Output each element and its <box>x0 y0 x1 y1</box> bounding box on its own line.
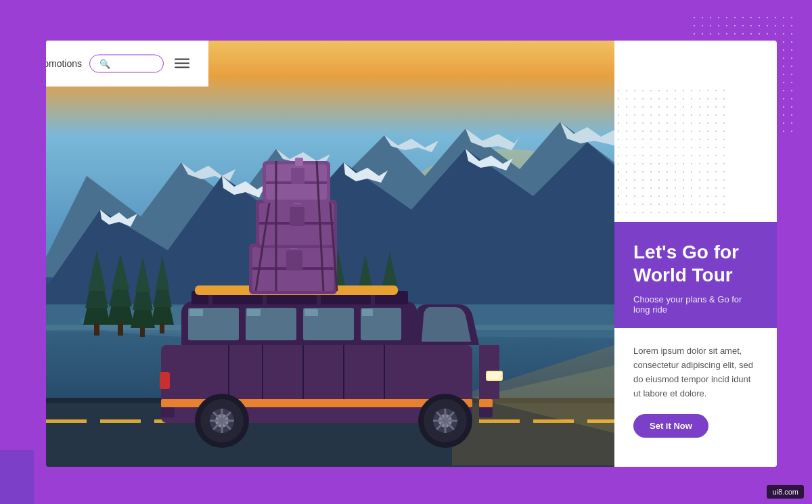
hamburger-line-3 <box>175 67 189 68</box>
travel-illustration <box>46 41 614 467</box>
hero-image <box>46 41 614 467</box>
nav-actions: 🔍 <box>89 54 189 72</box>
bottom-left-accent <box>0 450 34 504</box>
dots-pattern <box>614 87 729 215</box>
svg-rect-64 <box>100 419 141 423</box>
main-card: TRAVEL Home Plans ▾ Blog ▾ Promotions Co… <box>46 41 777 467</box>
hamburger-line-1 <box>175 59 189 60</box>
navbar: TRAVEL Home Plans ▾ Blog ▾ Promotions Co… <box>46 41 208 87</box>
description-section: Lorem ipsum dolor sit amet, consectetur … <box>614 328 777 467</box>
svg-rect-32 <box>118 323 123 336</box>
svg-rect-90 <box>362 309 373 316</box>
description-text: Lorem ipsum dolor sit amet, consectetur … <box>633 344 758 400</box>
right-content: Let's Go for World Tour Choose your plan… <box>614 87 777 467</box>
hero-subtitle: Choose your plans & Go for long ride <box>633 294 758 315</box>
hamburger-line-2 <box>175 63 189 64</box>
svg-rect-87 <box>189 309 203 316</box>
svg-rect-28 <box>94 323 99 336</box>
svg-rect-94 <box>160 372 170 389</box>
svg-rect-133 <box>295 158 303 166</box>
cta-button[interactable]: Set it Now <box>633 414 708 438</box>
watermark: ui8.com <box>767 485 804 499</box>
svg-rect-93 <box>487 372 501 380</box>
nav-promotions[interactable]: Promotions <box>46 58 82 69</box>
svg-rect-130 <box>290 207 304 226</box>
svg-rect-98 <box>479 407 493 417</box>
search-icon: 🔍 <box>99 58 110 68</box>
hero-text-section: Let's Go for World Tour Choose your plan… <box>614 222 777 328</box>
svg-rect-36 <box>140 327 145 337</box>
svg-rect-89 <box>304 309 318 316</box>
svg-rect-63 <box>46 419 87 423</box>
svg-rect-88 <box>247 309 261 316</box>
svg-rect-40 <box>160 323 164 334</box>
hero-title: Let's Go for World Tour <box>633 241 758 286</box>
hamburger-button[interactable] <box>175 59 189 68</box>
svg-rect-97 <box>161 407 175 417</box>
search-bar[interactable]: 🔍 <box>89 54 164 72</box>
svg-rect-96 <box>479 399 493 407</box>
svg-rect-135 <box>291 168 304 184</box>
dots-section <box>614 87 777 222</box>
svg-rect-125 <box>286 250 302 271</box>
right-panel: Let's Go for World Tour Choose your plan… <box>614 41 777 467</box>
